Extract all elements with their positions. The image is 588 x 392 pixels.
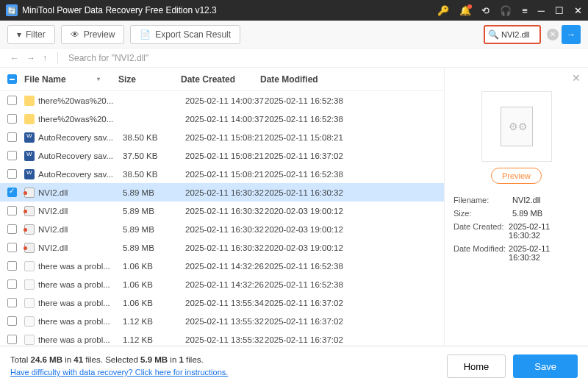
row-checkbox[interactable]: [7, 169, 17, 179]
row-checkbox[interactable]: [7, 114, 17, 124]
table-row[interactable]: there was a probl...1.12 KB2025-02-11 13…: [0, 312, 444, 330]
sort-indicator-icon: ▾: [97, 76, 100, 82]
file-date-created: 2025-02-11 14:00:37: [185, 96, 265, 105]
file-date-modified: 2025-02-11 16:37:02: [265, 317, 375, 326]
folder-icon: [24, 96, 35, 106]
file-size: 1.12 KB: [123, 335, 185, 344]
file-size: 38.50 KB: [123, 133, 185, 142]
row-checkbox[interactable]: [7, 224, 17, 234]
file-date-created: 2025-02-11 16:30:32: [185, 243, 265, 252]
table-row[interactable]: there%20was%20...2025-02-11 14:00:372025…: [0, 110, 444, 128]
close-icon[interactable]: ✕: [574, 5, 582, 16]
file-date-modified: 2020-02-03 19:00:12: [265, 207, 375, 215]
file-date-modified: 2025-02-11 16:52:38: [265, 280, 375, 289]
file-icon: [24, 335, 35, 345]
file-icon: [501, 107, 533, 146]
preview-button[interactable]: 👁Preview: [61, 25, 125, 44]
table-row[interactable]: NVI2.dll5.89 MB2025-02-11 16:30:322020-0…: [0, 202, 444, 220]
file-date-created: 2025-02-11 16:30:32: [185, 225, 265, 234]
row-checkbox[interactable]: [7, 243, 17, 252]
row-checkbox[interactable]: [7, 335, 17, 344]
file-name: AutoRecovery sav...: [38, 152, 123, 160]
file-name: there was a probl...: [38, 299, 123, 307]
file-date-modified: 2020-02-03 19:00:12: [265, 243, 375, 252]
row-checkbox[interactable]: [7, 151, 17, 160]
row-checkbox[interactable]: [7, 188, 17, 197]
table-row[interactable]: there was a probl...1.06 KB2025-02-11 14…: [0, 257, 444, 275]
nav-forward-icon[interactable]: →: [26, 53, 35, 63]
table-row[interactable]: AutoRecovery sav...37.50 KB2025-02-11 15…: [0, 146, 444, 165]
table-body[interactable]: there%20was%20...2025-02-11 14:00:372025…: [0, 91, 444, 346]
file-name: there was a probl...: [38, 280, 123, 289]
table-row[interactable]: there was a probl...1.06 KB2025-02-11 14…: [0, 275, 444, 293]
folder-icon: [24, 114, 35, 124]
breadcrumb-text: Search for "NVI2.dll": [68, 53, 148, 63]
row-checkbox[interactable]: [7, 298, 17, 307]
file-date-created: 2025-02-11 16:30:32: [185, 207, 265, 215]
dll-icon: [24, 188, 35, 198]
bell-icon[interactable]: 🔔: [459, 5, 471, 16]
table-row[interactable]: there%20was%20...2025-02-11 14:00:372025…: [0, 91, 444, 110]
row-checkbox[interactable]: [7, 132, 17, 142]
meta-filename-value: NVI2.dll: [512, 196, 541, 204]
table-row[interactable]: AutoRecovery sav...38.50 KB2025-02-11 15…: [0, 128, 444, 146]
file-size: 37.50 KB: [123, 152, 185, 160]
maximize-icon[interactable]: ☐: [555, 5, 564, 16]
row-checkbox[interactable]: [7, 96, 17, 105]
file-name: there%20was%20...: [38, 96, 123, 105]
key-icon[interactable]: 🔑: [437, 5, 449, 16]
table-row[interactable]: NVI2.dll5.89 MB2025-02-11 16:30:322020-0…: [0, 220, 444, 238]
col-date-modified[interactable]: Date Modified: [260, 74, 370, 85]
table-row[interactable]: AutoRecovery sav...38.50 KB2025-02-11 15…: [0, 165, 444, 183]
meta-dc-label: Date Created:: [453, 222, 509, 240]
file-date-created: 2025-02-11 15:08:21: [185, 170, 265, 179]
row-checkbox[interactable]: [7, 206, 17, 215]
table-row[interactable]: NVI2.dll5.89 MB2025-02-11 16:30:322020-0…: [0, 238, 444, 257]
nav-up-icon[interactable]: ↑: [43, 53, 47, 63]
row-checkbox[interactable]: [7, 279, 17, 289]
headphones-icon[interactable]: 🎧: [500, 5, 512, 16]
search-input[interactable]: [501, 30, 537, 39]
export-button[interactable]: 📄Export Scan Result: [130, 25, 240, 44]
file-date-created: 2025-02-11 16:30:32: [185, 188, 265, 197]
dll-icon: [24, 224, 35, 235]
help-link[interactable]: Have difficulty with data recovery? Clic…: [10, 368, 228, 377]
file-name: AutoRecovery sav...: [38, 170, 123, 179]
nav-back-icon[interactable]: ←: [10, 53, 19, 63]
table-row[interactable]: there was a probl...1.06 KB2025-02-11 13…: [0, 293, 444, 312]
select-all-checkbox[interactable]: [7, 74, 17, 84]
save-button[interactable]: Save: [513, 354, 578, 378]
file-size: 5.89 MB: [123, 225, 185, 234]
file-date-modified: 2025-02-11 16:52:38: [265, 262, 375, 271]
file-size: 1.06 KB: [123, 280, 185, 289]
minimize-icon[interactable]: ─: [538, 5, 545, 16]
menu-icon[interactable]: ≡: [522, 5, 528, 16]
search-icon: 🔍: [488, 29, 499, 40]
search-go-button[interactable]: →: [562, 25, 581, 44]
breadcrumb: ← → ↑ Search for "NVI2.dll": [0, 49, 588, 68]
file-size: 1.12 KB: [123, 317, 185, 326]
file-list: File Name▾ Size Date Created Date Modifi…: [0, 68, 445, 346]
col-size[interactable]: Size: [118, 74, 181, 85]
file-date-created: 2025-02-11 14:32:26: [185, 280, 265, 289]
row-checkbox[interactable]: [7, 261, 17, 271]
footer-summary: Total 24.6 MB in 41 files. Selected 5.9 …: [10, 354, 228, 366]
row-checkbox[interactable]: [7, 316, 17, 326]
preview-file-button[interactable]: Preview: [491, 168, 542, 184]
file-name: AutoRecovery sav...: [38, 133, 123, 142]
table-row[interactable]: NVI2.dll5.89 MB2025-02-11 16:30:322025-0…: [0, 183, 444, 202]
file-name: NVI2.dll: [38, 243, 123, 252]
file-date-created: 2025-02-11 14:00:37: [185, 115, 265, 124]
col-date-created[interactable]: Date Created: [181, 74, 260, 85]
search-input-wrap: 🔍: [484, 25, 541, 44]
file-date-modified: 2025-02-11 16:37:02: [265, 299, 375, 307]
table-row[interactable]: there was a probl...1.12 KB2025-02-11 13…: [0, 330, 444, 346]
sync-icon[interactable]: ⟲: [481, 5, 490, 16]
clear-search-icon[interactable]: ✕: [547, 29, 559, 40]
col-name[interactable]: File Name▾: [24, 74, 118, 85]
close-preview-icon[interactable]: ✕: [572, 72, 581, 84]
file-name: NVI2.dll: [38, 188, 123, 197]
filter-button[interactable]: ▾Filter: [7, 25, 55, 44]
file-date-modified: 2025-02-11 16:52:38: [265, 96, 375, 105]
home-button[interactable]: Home: [447, 354, 506, 378]
